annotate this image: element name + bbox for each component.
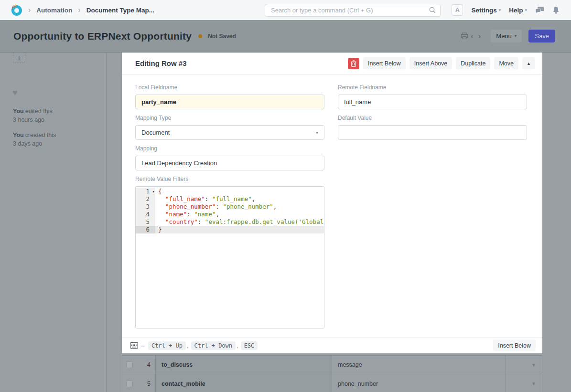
mapping-grid: 4 to_discuss message ▼ 5 contact_mobile …: [122, 355, 542, 392]
fold-caret-icon[interactable]: ▾: [152, 188, 155, 195]
table-row[interactable]: 5 contact_mobile phone_number ▼: [122, 374, 542, 392]
code-text: {: [155, 188, 324, 195]
chevron-down-icon: ▾: [316, 130, 318, 135]
field-local-fieldname: Local Fieldname: [135, 84, 324, 109]
settings-menu[interactable]: Settings ▾: [471, 7, 501, 14]
field-mapping: Mapping: [135, 145, 324, 170]
move-button[interactable]: Move: [494, 57, 518, 69]
code-text: "name": "name",: [155, 211, 324, 218]
like-heart-icon[interactable]: ♥: [12, 88, 18, 97]
breadcrumb-current[interactable]: Document Type Map...: [86, 7, 154, 14]
avatar[interactable]: A: [452, 4, 463, 16]
footer-insert-below-button[interactable]: Insert Below: [493, 339, 536, 351]
gutter-line-number: 2: [136, 195, 155, 203]
help-label: Help: [509, 7, 523, 14]
chevron-down-icon: ▾: [525, 8, 527, 12]
menu-button[interactable]: Menu ▾: [491, 30, 522, 42]
status-text: Not Saved: [205, 33, 236, 40]
keyboard-icon: [130, 342, 138, 349]
activity-actor: You: [13, 132, 24, 138]
kbd-shortcut: ESC: [241, 341, 258, 350]
code-line[interactable]: 3 "phone_number": "phone_number",: [136, 203, 324, 211]
field-remote-fieldname: Remote Fieldname: [338, 84, 527, 109]
row-expand-icon[interactable]: ▼: [531, 381, 536, 386]
row-checkbox[interactable]: [126, 361, 133, 368]
bell-icon[interactable]: [552, 6, 560, 14]
editor-footer: – Ctrl + Up,Ctrl + Down,ESC Insert Below: [122, 337, 542, 353]
field-default-value: Default Value: [338, 115, 527, 140]
gutter-line-number: 3: [136, 203, 155, 211]
global-search: [265, 4, 441, 17]
local-fieldname-cell[interactable]: contact_mobile: [156, 374, 332, 392]
remote-fieldname-cell[interactable]: message: [332, 356, 506, 374]
grid-row-editor: Editing Row #3 Insert Below Insert Above…: [122, 53, 542, 353]
code-text: "phone_number": "phone_number",: [155, 203, 324, 211]
settings-label: Settings: [471, 7, 496, 14]
editor-body: Local Fieldname Mapping Type Document ▾ …: [122, 74, 542, 337]
activity-action: created this: [25, 132, 56, 138]
chat-icon[interactable]: [535, 6, 544, 14]
status-dot-icon: [198, 34, 202, 38]
row-checkbox[interactable]: [126, 381, 133, 387]
field-label: Default Value: [338, 115, 527, 121]
sidebar-divider: [106, 53, 107, 392]
gutter-line-number: 1▾: [136, 188, 155, 195]
insert-below-button[interactable]: Insert Below: [363, 57, 406, 69]
local-fieldname-input[interactable]: [135, 95, 324, 109]
breadcrumb-automation[interactable]: Automation: [36, 7, 72, 14]
chevron-down-icon: ▾: [515, 34, 517, 38]
search-icon: [429, 6, 436, 14]
code-text: "full_name": "full_name",: [155, 195, 324, 203]
next-record-icon[interactable]: ›: [476, 32, 484, 40]
table-row[interactable]: 4 to_discuss message ▼: [122, 355, 542, 374]
breadcrumb-chevron-icon: ›: [28, 6, 31, 14]
row-expand-icon[interactable]: ▼: [531, 362, 536, 368]
row-index: 4: [137, 356, 156, 374]
save-button[interactable]: Save: [528, 30, 555, 42]
code-line[interactable]: 2 "full_name": "full_name",: [136, 195, 324, 203]
gutter-line-number: 4: [136, 211, 155, 218]
trash-icon: [351, 60, 356, 67]
editor-header: Editing Row #3 Insert Below Insert Above…: [122, 53, 542, 74]
delete-row-button[interactable]: [348, 58, 359, 69]
app-logo-icon[interactable]: [11, 4, 22, 16]
collapse-row-button[interactable]: ▲: [522, 57, 535, 69]
field-label: Local Fieldname: [135, 84, 324, 91]
shortcuts: Ctrl + Up,Ctrl + Down,ESC: [148, 341, 258, 350]
insert-above-button[interactable]: Insert Above: [409, 57, 452, 69]
kbd-shortcut: Ctrl + Down: [191, 341, 236, 350]
code-line[interactable]: 6}: [136, 226, 324, 233]
duplicate-button[interactable]: Duplicate: [456, 57, 490, 69]
breadcrumb-chevron-icon: ›: [78, 6, 80, 14]
gutter-line-number: 6: [136, 226, 155, 233]
navbar-right: A Settings ▾ Help ▾: [452, 0, 560, 20]
code-text: }: [155, 226, 324, 233]
field-label: Mapping: [135, 145, 324, 152]
sidebar-activity: Youedited this 3 hours ago Youcreated th…: [13, 107, 99, 148]
comma-separator: ,: [187, 342, 189, 349]
gutter-line-number: 5: [136, 218, 155, 226]
local-fieldname-cell[interactable]: to_discuss: [156, 356, 332, 374]
field-label: Remote Fieldname: [338, 84, 527, 91]
search-input[interactable]: [265, 4, 441, 17]
field-remote-value-filters: Remote Value Filters 1▾{2 "full_name": "…: [135, 176, 324, 328]
code-line[interactable]: 1▾{: [136, 188, 324, 195]
mapping-type-select[interactable]: Document ▾: [135, 125, 324, 140]
page-head: Opportunity to ERPNext Opportunity Not S…: [0, 20, 571, 53]
row-index: 5: [137, 374, 156, 392]
code-editor[interactable]: 1▾{2 "full_name": "full_name",3 "phone_n…: [135, 186, 324, 328]
print-icon[interactable]: [461, 32, 468, 40]
remote-fieldname-input[interactable]: [338, 95, 527, 109]
code-line[interactable]: 5 "country": "eval:frappe.db.get_value('…: [136, 218, 324, 226]
code-line[interactable]: 4 "name": "name",: [136, 211, 324, 218]
remote-fieldname-cell[interactable]: phone_number: [332, 374, 506, 392]
comma-separator: ,: [237, 342, 238, 349]
navbar: › Automation › Document Type Map... A Se…: [0, 0, 571, 20]
help-menu[interactable]: Help ▾: [509, 7, 527, 14]
default-value-input[interactable]: [338, 125, 527, 140]
activity-actor: You: [13, 108, 24, 115]
prev-record-icon[interactable]: ‹: [468, 32, 476, 40]
add-attachment-button[interactable]: +: [13, 52, 25, 63]
mapping-input[interactable]: [135, 156, 324, 170]
activity-item: Youcreated this 3 days ago: [13, 131, 99, 148]
